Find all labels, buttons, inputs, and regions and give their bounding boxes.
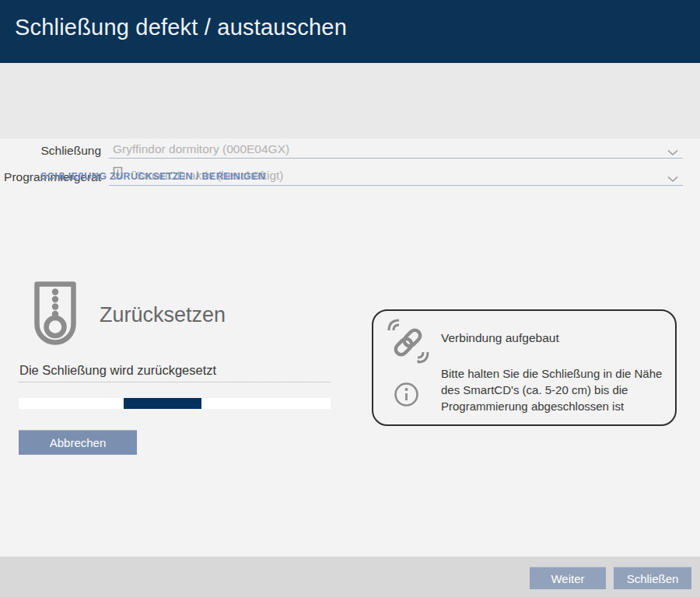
dotted-divider — [19, 382, 331, 382]
section-heading: SCHLIEßUNG ZURÜCKSETZEN / BEREINIGEN — [40, 171, 265, 182]
close-button[interactable]: Schließen — [614, 567, 691, 589]
next-button[interactable]: Weiter — [530, 567, 606, 589]
instruction-text: Bitte halten Sie die Schließung in die N… — [441, 365, 676, 414]
chevron-down-icon — [667, 145, 678, 152]
lock-field-label: Schließung — [0, 144, 101, 158]
wireless-link-icon — [387, 319, 429, 367]
cancel-button[interactable]: Abbrechen — [19, 430, 137, 455]
lock-select-value: Gryffindor dormitory (000E04GX) — [109, 142, 289, 156]
progress-segment — [124, 398, 201, 409]
info-icon — [394, 382, 419, 410]
chevron-down-icon — [667, 172, 678, 179]
message-panel: Verbindung aufgebaut Bitte halten Sie di… — [372, 309, 677, 426]
connection-status-text: Verbindung aufgebaut — [441, 331, 559, 345]
locking-cylinder-icon — [34, 281, 76, 351]
window-header: Schließung defekt / austauschen — [0, 0, 700, 63]
progress-bar — [19, 398, 331, 409]
lock-select[interactable]: Gryffindor dormitory (000E04GX) — [109, 140, 683, 159]
footer-bar: Weiter Schließen — [0, 557, 700, 597]
selection-form: Schließung Gryffindor dormitory (000E04G… — [0, 63, 700, 138]
task-title: Zurücksetzen — [100, 303, 226, 327]
progress-status-text: Die Schließung wird zurückgesetzt — [19, 363, 216, 378]
window-title: Schließung defekt / austauschen — [0, 15, 347, 48]
dialog-window: Schließung defekt / austauschen Schließu… — [0, 0, 700, 597]
